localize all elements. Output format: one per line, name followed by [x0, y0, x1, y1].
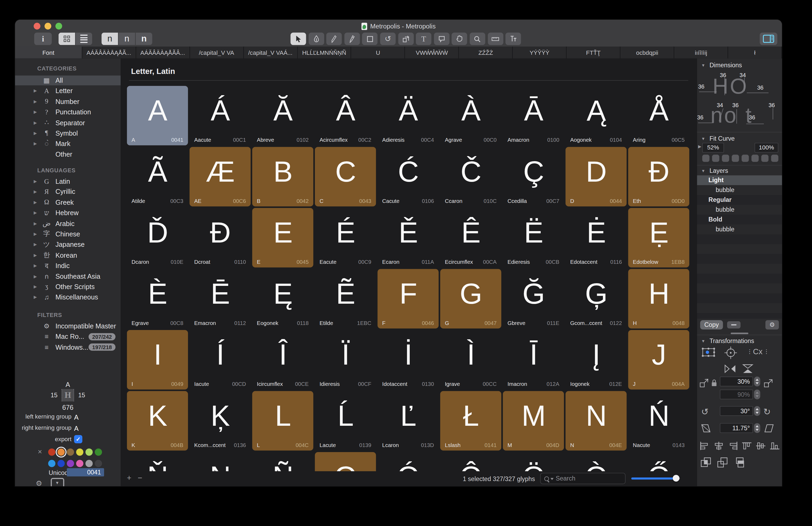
- intersect-button[interactable]: [733, 457, 746, 468]
- glyph-cell[interactable]: O: [315, 452, 376, 471]
- slant-stepper[interactable]: [754, 423, 760, 433]
- align-center-vertical-button[interactable]: [755, 441, 767, 450]
- glyph-cell[interactable]: Đ Dcroat 0110: [190, 208, 251, 268]
- disclosure-icon[interactable]: ▶: [33, 295, 41, 300]
- document-tab[interactable]: FTŤŢ: [567, 47, 621, 59]
- glyph-cell[interactable]: N N 004E: [565, 391, 627, 451]
- left-sidebearing-value[interactable]: 15: [50, 392, 58, 399]
- glyph-cell[interactable]: F F 0046: [378, 269, 439, 329]
- disclosure-icon[interactable]: ▶: [33, 231, 41, 236]
- font-info-button[interactable]: i: [34, 33, 52, 45]
- glyph-cell[interactable]: È Egrave 00C8: [127, 269, 188, 329]
- fit-curve-step-button[interactable]: [761, 155, 768, 162]
- disclosure-icon[interactable]: ▶: [33, 211, 41, 215]
- align-right-button[interactable]: [727, 441, 739, 450]
- document-tab[interactable]: ł: [728, 47, 782, 59]
- filter-item[interactable]: ≡ Mac Ro... 207/242: [15, 332, 120, 342]
- color-swatch[interactable]: [95, 460, 102, 467]
- rotate-tool[interactable]: ↺: [380, 33, 396, 45]
- glyph-cell[interactable]: G G 0047: [440, 269, 501, 329]
- metric-reference-box[interactable]: H: [61, 389, 74, 402]
- glyph-cell[interactable]: Ď Dcaron 010E: [127, 208, 188, 268]
- color-swatch[interactable]: [48, 460, 55, 467]
- language-item[interactable]: ▶ 字 Chinese: [15, 229, 120, 239]
- document-tab[interactable]: iıíîïìij: [675, 47, 728, 59]
- slant-degrees-field[interactable]: 11.75°: [720, 423, 753, 433]
- glyph-cell[interactable]: Ć Cacute 0106: [378, 147, 439, 206]
- color-swatch[interactable]: [85, 460, 93, 467]
- glyph-cell[interactable]: À Agrave 00C0: [440, 86, 501, 146]
- language-item[interactable]: ▶ ש Hebrew: [15, 208, 120, 218]
- fit-curve-step-button[interactable]: [751, 155, 758, 162]
- glyph-cell[interactable]: Ĺ Lacute 0139: [315, 391, 376, 451]
- scale-percent-field[interactable]: 30%: [720, 377, 753, 386]
- flip-horizontal-button[interactable]: [724, 363, 736, 374]
- align-bottom-button[interactable]: [769, 441, 781, 450]
- color-swatch[interactable]: [95, 448, 102, 455]
- disclosure-icon[interactable]: ▶: [33, 141, 41, 146]
- layer-settings-button[interactable]: ⚙: [765, 320, 779, 330]
- collapse-triangle-icon[interactable]: ▼: [701, 137, 705, 141]
- language-item[interactable]: ▶ ♫ Miscellaneous: [15, 292, 120, 302]
- language-item[interactable]: ▶ 한 Korean: [15, 250, 120, 260]
- glyph-cell[interactable]: Ě Ecaron 011A: [378, 208, 439, 268]
- rotate-stepper[interactable]: [754, 406, 760, 416]
- document-tab[interactable]: /capital_V VA: [190, 47, 244, 59]
- glyph-cell[interactable]: Ę Eogonek 0118: [252, 269, 313, 329]
- unicode-value-field[interactable]: 0041: [67, 468, 104, 476]
- document-tab[interactable]: U: [351, 47, 405, 59]
- language-item[interactable]: ▶ ض Arabic: [15, 219, 120, 228]
- color-swatch[interactable]: [76, 460, 83, 467]
- pen-tool[interactable]: [308, 33, 324, 45]
- glyph-cell[interactable]: Â Acircumflex 00C2: [315, 86, 376, 146]
- disclosure-icon[interactable]: ▶: [33, 190, 41, 194]
- hand-tool[interactable]: [452, 33, 467, 45]
- align-center-horizontal-button[interactable]: [713, 441, 725, 450]
- glyph-cell[interactable]: Ő: [628, 452, 690, 471]
- glyph-cell[interactable]: Î Icircumflex 00CE: [252, 330, 313, 390]
- glyph-cell[interactable]: B B 0042: [252, 147, 313, 206]
- collapse-triangle-icon[interactable]: ▼: [701, 339, 705, 344]
- remove-glyph-button[interactable]: −: [137, 474, 142, 482]
- light-master-button[interactable]: n: [101, 33, 118, 45]
- clear-color-button[interactable]: ×: [38, 448, 42, 456]
- glyph-cell[interactable]: Ẽ Etilde 1EBC: [315, 269, 376, 329]
- glyph-cell[interactable]: Ô: [440, 452, 501, 471]
- panel-resize-handle[interactable]: [731, 333, 749, 334]
- language-item[interactable]: ▶ ツ Japanese: [15, 240, 120, 250]
- glyph-cell[interactable]: É Eacute 00C9: [315, 208, 376, 268]
- category-item[interactable]: Other: [15, 149, 120, 159]
- rotate-degrees-field[interactable]: 30°: [720, 406, 753, 416]
- disclosure-icon[interactable]: ▶: [33, 120, 41, 125]
- glyph-text-tool[interactable]: [506, 33, 521, 45]
- language-item[interactable]: ▶ Я Cyrillic: [15, 187, 120, 197]
- glyph-cell[interactable]: Æ AE 00C6: [190, 147, 251, 206]
- list-view-button[interactable]: [75, 33, 92, 45]
- disclosure-icon[interactable]: ▶: [33, 253, 41, 258]
- category-item[interactable]: ▶ ? Punctuation: [15, 107, 120, 117]
- language-item[interactable]: ▶ G Latin: [15, 176, 120, 186]
- union-button[interactable]: [700, 457, 713, 468]
- glyph-cell[interactable]: Ö: [503, 452, 564, 471]
- glyph-cell[interactable]: Ă Abreve 0102: [252, 86, 313, 146]
- fit-curve-step-button[interactable]: [702, 155, 710, 162]
- glyph-cell[interactable]: Ð Eth 00D0: [628, 147, 690, 206]
- transform-origin-metrics-button[interactable]: ⋮ Cx ⋮: [747, 347, 769, 356]
- glyph-cell[interactable]: Ą Aogonek 0104: [565, 86, 627, 146]
- sidebar-toggle-button[interactable]: [760, 33, 778, 45]
- layer-row[interactable]: bubble: [697, 224, 782, 234]
- glyph-cell[interactable]: Å Aring 00C5: [628, 86, 690, 146]
- layer-row[interactable]: bubble: [697, 205, 782, 215]
- disclosure-icon[interactable]: ▶: [33, 200, 41, 205]
- glyph-cell[interactable]: I I 0049: [127, 330, 188, 390]
- color-swatch[interactable]: [58, 460, 65, 467]
- glyph-cell[interactable]: E E 0045: [252, 208, 313, 268]
- glyph-cell[interactable]: A A 0041: [127, 86, 188, 146]
- rotate-cw-button[interactable]: ↻: [763, 407, 771, 418]
- right-kerning-value[interactable]: A: [74, 425, 78, 432]
- glyph-cell[interactable]: Į Iogonek 012E: [565, 330, 627, 390]
- disclosure-icon[interactable]: ▶: [33, 274, 41, 279]
- dropdown-icon[interactable]: ▼: [50, 478, 64, 486]
- dimensions-section-header[interactable]: ▼ Dimensions: [697, 61, 782, 70]
- right-sidebearing-value[interactable]: 15: [78, 392, 85, 399]
